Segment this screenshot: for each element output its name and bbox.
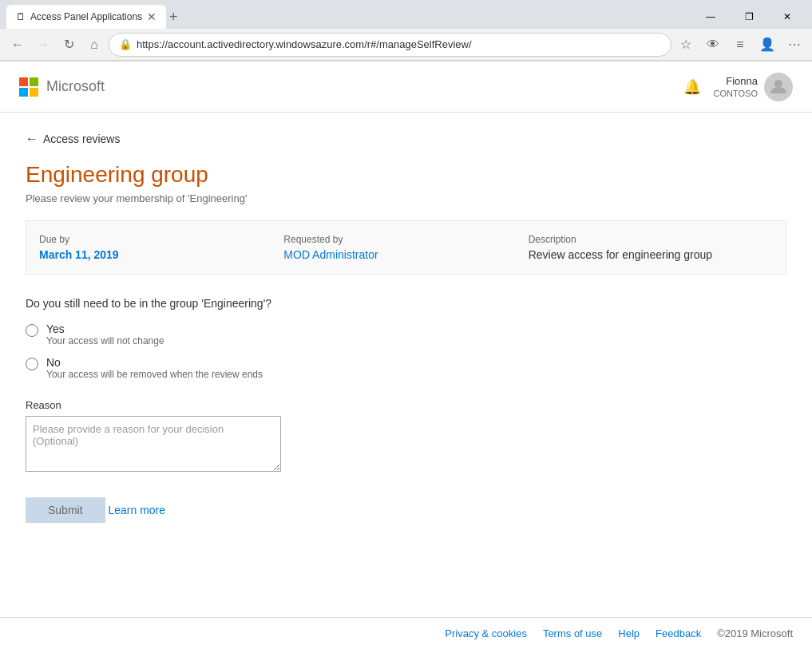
home-button[interactable]: ⌂ — [83, 34, 105, 56]
user-org-label: CONTOSO — [714, 89, 758, 98]
yes-option: Yes Your access will not change — [26, 323, 786, 346]
reason-textarea[interactable] — [26, 416, 281, 472]
window-controls: — ❐ ✕ — [692, 5, 806, 29]
learn-more-link[interactable]: Learn more — [108, 504, 165, 516]
no-main-label: No — [46, 356, 263, 369]
tab-close-button[interactable]: ✕ — [147, 10, 156, 23]
help-link[interactable]: Help — [618, 627, 640, 639]
review-question: Do you still need to be in the group 'En… — [26, 297, 786, 310]
main-content: ← Access reviews Engineering group Pleas… — [0, 113, 812, 542]
user-info[interactable]: Fionna CONTOSO — [714, 73, 793, 101]
ms-squares-icon — [19, 77, 38, 97]
back-button[interactable]: ← — [6, 34, 29, 56]
active-tab: 🗒 Access Panel Applications ✕ — [6, 5, 166, 29]
forward-button[interactable]: → — [32, 34, 54, 56]
submit-button[interactable]: Submit — [26, 497, 105, 523]
browser-chrome: 🗒 Access Panel Applications ✕ + — ❐ ✕ ← … — [0, 0, 812, 61]
nav-right-controls: ☆ 👁 ≡ 👤 ⋯ — [675, 34, 806, 56]
page-footer: Privacy & cookies Terms of use Help Feed… — [0, 617, 812, 649]
no-label-block: No Your access will be removed when the … — [46, 356, 263, 380]
no-option: No Your access will be removed when the … — [26, 356, 786, 380]
requested-by-value[interactable]: MOD Administrator — [283, 248, 512, 261]
url-text: https://account.activedirectory.windowsa… — [137, 38, 661, 50]
tab-title: Access Panel Applications — [30, 11, 142, 22]
bookmark-button[interactable]: ☆ — [675, 34, 697, 56]
notification-button[interactable]: 🔔 — [683, 78, 701, 96]
account-button[interactable]: 👤 — [756, 34, 778, 56]
svg-point-0 — [774, 80, 782, 88]
yes-sub-label: Your access will not change — [46, 335, 164, 346]
privacy-cookies-link[interactable]: Privacy & cookies — [445, 627, 527, 639]
microsoft-logo: Microsoft — [19, 77, 105, 97]
due-by-field: Due by March 11, 2019 — [39, 234, 283, 261]
review-radio-group: Yes Your access will not change No Your … — [26, 323, 786, 380]
yes-label-block: Yes Your access will not change — [46, 323, 164, 346]
yes-main-label: Yes — [46, 323, 164, 335]
page-title: Engineering group — [26, 162, 786, 188]
feedback-link[interactable]: Feedback — [656, 627, 701, 639]
ms-square-green — [30, 77, 38, 86]
yes-radio[interactable] — [26, 324, 38, 337]
page-content: Microsoft 🔔 Fionna CONTOSO ← Access revi… — [0, 61, 812, 649]
description-value: Review access for engineering group — [529, 248, 757, 261]
tab-favicon: 🗒 — [16, 11, 26, 22]
terms-of-use-link[interactable]: Terms of use — [543, 627, 602, 639]
info-card: Due by March 11, 2019 Requested by MOD A… — [26, 220, 786, 275]
back-arrow-icon: ← — [26, 132, 38, 146]
navigation-bar: ← → ↻ ⌂ 🔒 https://account.activedirector… — [0, 29, 812, 61]
requested-by-label: Requested by — [283, 234, 512, 245]
refresh-button[interactable]: ↻ — [57, 34, 80, 56]
reason-label: Reason — [26, 399, 786, 411]
new-tab-button[interactable]: + — [169, 9, 178, 26]
no-sub-label: Your access will be removed when the rev… — [46, 369, 263, 380]
reader-button[interactable]: 👁 — [702, 34, 724, 56]
user-name-block: Fionna CONTOSO — [714, 75, 758, 98]
requested-by-field: Requested by MOD Administrator — [283, 234, 528, 261]
minimize-button[interactable]: — — [692, 5, 729, 29]
due-by-label: Due by — [39, 234, 267, 245]
copyright-text: ©2019 Microsoft — [717, 627, 793, 639]
no-radio[interactable] — [26, 358, 38, 370]
settings-button[interactable]: ⋯ — [783, 34, 806, 56]
address-bar[interactable]: 🔒 https://account.activedirectory.window… — [109, 33, 671, 57]
hub-button[interactable]: ≡ — [729, 34, 751, 56]
due-by-value: March 11, 2019 — [39, 248, 267, 261]
lock-icon: 🔒 — [119, 38, 132, 50]
user-name-label: Fionna — [714, 75, 758, 89]
ms-square-yellow — [30, 88, 38, 97]
close-button[interactable]: ✕ — [769, 5, 806, 29]
description-field: Description Review access for engineerin… — [529, 234, 773, 261]
app-header: Microsoft 🔔 Fionna CONTOSO — [0, 61, 812, 113]
ms-brand-label: Microsoft — [46, 78, 105, 95]
header-right: 🔔 Fionna CONTOSO — [683, 73, 793, 101]
page-subtitle: Please review your membership of 'Engine… — [26, 192, 786, 204]
description-label: Description — [529, 234, 757, 245]
ms-square-red — [19, 77, 28, 86]
reason-section: Reason — [26, 399, 786, 472]
back-link-label: Access reviews — [43, 133, 120, 145]
restore-button[interactable]: ❐ — [731, 5, 767, 29]
tab-bar: 🗒 Access Panel Applications ✕ + — ❐ ✕ — [0, 0, 812, 29]
back-to-reviews-link[interactable]: ← Access reviews — [26, 132, 786, 146]
user-avatar[interactable] — [764, 73, 793, 101]
ms-square-blue — [19, 88, 28, 97]
